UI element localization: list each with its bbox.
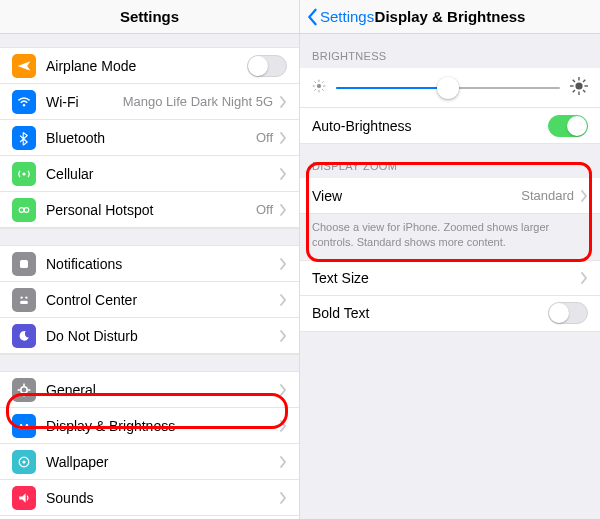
sidebar-item-label: Display & Brightness bbox=[46, 418, 175, 434]
chevron-right-icon bbox=[279, 384, 287, 396]
chevron-right-icon bbox=[279, 456, 287, 468]
auto-brightness-row[interactable]: Auto-Brightness bbox=[300, 108, 600, 144]
sidebar-item-controlcenter[interactable]: Control Center bbox=[0, 282, 299, 318]
svg-rect-4 bbox=[20, 260, 28, 268]
sidebar-item-label: General bbox=[46, 382, 96, 398]
airplane-switch[interactable] bbox=[247, 55, 287, 77]
settings-navbar: Settings bbox=[0, 0, 299, 34]
sidebar-item-label: Notifications bbox=[46, 256, 122, 272]
sidebar-item-bluetooth[interactable]: BluetoothOff bbox=[0, 120, 299, 156]
svg-line-30 bbox=[573, 80, 575, 82]
db-navbar: Settings Display & Brightness bbox=[300, 0, 600, 34]
sidebar-item-label: Cellular bbox=[46, 166, 93, 182]
settings-title: Settings bbox=[120, 8, 179, 25]
svg-line-33 bbox=[583, 80, 585, 82]
svg-line-22 bbox=[322, 89, 323, 90]
svg-line-21 bbox=[314, 81, 315, 82]
dnd-icon bbox=[12, 324, 36, 348]
sidebar-item-wifi[interactable]: Wi-FiMango Life Dark Night 5G bbox=[0, 84, 299, 120]
sidebar-item-label: Wi-Fi bbox=[46, 94, 79, 110]
sidebar-item-display[interactable]: AADisplay & Brightness bbox=[0, 408, 299, 444]
chevron-right-icon bbox=[279, 330, 287, 342]
chevron-right-icon bbox=[580, 190, 588, 202]
sidebar-item-wallpaper[interactable]: Wallpaper bbox=[0, 444, 299, 480]
sidebar-item-airplane[interactable]: Airplane Mode bbox=[0, 48, 299, 84]
display-zoom-footer: Choose a view for iPhone. Zoomed shows l… bbox=[300, 214, 600, 260]
sidebar-item-general[interactable]: General bbox=[0, 372, 299, 408]
airplane-icon bbox=[12, 54, 36, 78]
chevron-right-icon bbox=[279, 96, 287, 108]
back-label: Settings bbox=[320, 8, 374, 25]
chevron-right-icon bbox=[279, 168, 287, 180]
sun-small-icon bbox=[312, 79, 326, 96]
display-zoom-header: DISPLAY ZOOM bbox=[300, 144, 600, 178]
text-size-label: Text Size bbox=[312, 270, 369, 286]
bold-text-row[interactable]: Bold Text bbox=[300, 296, 600, 332]
text-size-row[interactable]: Text Size bbox=[300, 260, 600, 296]
view-value: Standard bbox=[521, 188, 574, 203]
sun-large-icon bbox=[570, 77, 588, 98]
sidebar-item-notifications[interactable]: Notifications bbox=[0, 246, 299, 282]
hotspot-icon bbox=[12, 198, 36, 222]
settings-list: Airplane ModeWi-FiMango Life Dark Night … bbox=[0, 34, 299, 519]
back-button[interactable]: Settings bbox=[306, 8, 374, 26]
cellular-icon bbox=[12, 162, 36, 186]
sidebar-item-value: Off bbox=[256, 130, 273, 145]
svg-line-23 bbox=[314, 89, 315, 90]
svg-rect-7 bbox=[20, 300, 28, 303]
svg-point-25 bbox=[575, 82, 582, 89]
db-title: Display & Brightness bbox=[375, 8, 526, 25]
display-brightness-pane: Settings Display & Brightness BRIGHTNESS… bbox=[300, 0, 600, 519]
svg-point-8 bbox=[21, 386, 27, 392]
view-row[interactable]: View Standard bbox=[300, 178, 600, 214]
svg-point-5 bbox=[20, 296, 22, 298]
svg-line-32 bbox=[573, 90, 575, 92]
sidebar-item-label: Control Center bbox=[46, 292, 137, 308]
sidebar-item-sounds[interactable]: Sounds bbox=[0, 480, 299, 516]
svg-point-1 bbox=[22, 172, 25, 175]
svg-point-6 bbox=[25, 296, 27, 298]
brightness-slider-row[interactable] bbox=[300, 68, 600, 108]
sidebar-item-dnd[interactable]: Do Not Disturb bbox=[0, 318, 299, 354]
sidebar-item-label: Do Not Disturb bbox=[46, 328, 138, 344]
bold-text-label: Bold Text bbox=[312, 305, 369, 321]
svg-point-16 bbox=[317, 84, 321, 88]
display-icon: AA bbox=[12, 414, 36, 438]
svg-line-31 bbox=[583, 90, 585, 92]
chevron-right-icon bbox=[279, 420, 287, 432]
svg-point-15 bbox=[22, 460, 25, 463]
settings-pane: Settings Airplane ModeWi-FiMango Life Da… bbox=[0, 0, 300, 519]
chevron-right-icon bbox=[279, 204, 287, 216]
chevron-right-icon bbox=[279, 492, 287, 504]
chevron-right-icon bbox=[580, 272, 588, 284]
sidebar-item-hotspot[interactable]: Personal HotspotOff bbox=[0, 192, 299, 228]
brightness-slider[interactable] bbox=[336, 87, 560, 89]
svg-point-2 bbox=[19, 207, 24, 212]
chevron-right-icon bbox=[279, 258, 287, 270]
sidebar-item-label: Bluetooth bbox=[46, 130, 105, 146]
slider-fill bbox=[336, 87, 448, 89]
wifi-icon bbox=[12, 90, 36, 114]
view-label: View bbox=[312, 188, 342, 204]
bluetooth-icon bbox=[12, 126, 36, 150]
svg-line-24 bbox=[322, 81, 323, 82]
bold-text-switch[interactable] bbox=[548, 302, 588, 324]
sidebar-item-label: Wallpaper bbox=[46, 454, 109, 470]
chevron-right-icon bbox=[279, 132, 287, 144]
chevron-right-icon bbox=[279, 294, 287, 306]
sounds-icon bbox=[12, 486, 36, 510]
auto-brightness-label: Auto-Brightness bbox=[312, 118, 412, 134]
chevron-left-icon bbox=[306, 8, 318, 26]
auto-brightness-switch[interactable] bbox=[548, 115, 588, 137]
slider-thumb[interactable] bbox=[437, 77, 459, 99]
sidebar-item-cellular[interactable]: Cellular bbox=[0, 156, 299, 192]
sidebar-item-value: Mango Life Dark Night 5G bbox=[123, 94, 273, 109]
controlcenter-icon bbox=[12, 288, 36, 312]
general-icon bbox=[12, 378, 36, 402]
sidebar-item-label: Airplane Mode bbox=[46, 58, 136, 74]
sidebar-item-label: Sounds bbox=[46, 490, 93, 506]
svg-point-0 bbox=[23, 104, 25, 106]
sidebar-item-label: Personal Hotspot bbox=[46, 202, 153, 218]
brightness-header: BRIGHTNESS bbox=[300, 34, 600, 68]
notifications-icon bbox=[12, 252, 36, 276]
